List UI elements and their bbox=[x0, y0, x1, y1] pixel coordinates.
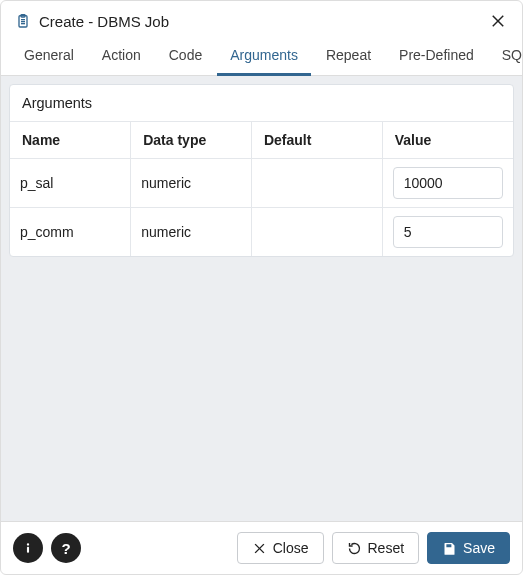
arguments-panel: Arguments Name Data type Default Value p… bbox=[9, 84, 514, 257]
cell-value bbox=[382, 159, 513, 208]
svg-rect-8 bbox=[27, 547, 29, 553]
clipboard-icon bbox=[15, 13, 31, 29]
cell-data-type: numeric bbox=[131, 159, 252, 208]
tab-code[interactable]: Code bbox=[156, 39, 215, 76]
cell-default bbox=[251, 208, 382, 257]
tab-action[interactable]: Action bbox=[89, 39, 154, 76]
dialog-footer: ? Close Reset Save bbox=[1, 521, 522, 574]
svg-point-7 bbox=[27, 543, 29, 545]
cell-name: p_sal bbox=[10, 159, 131, 208]
reset-button-label: Reset bbox=[368, 540, 405, 556]
help-button[interactable]: ? bbox=[51, 533, 81, 563]
close-button[interactable]: Close bbox=[237, 532, 324, 564]
close-button-label: Close bbox=[273, 540, 309, 556]
info-button[interactable] bbox=[13, 533, 43, 563]
tab-arguments[interactable]: Arguments bbox=[217, 39, 311, 76]
close-icon[interactable] bbox=[488, 11, 508, 31]
dialog-create-dbms-job: Create - DBMS Job General Action Code Ar… bbox=[0, 0, 523, 575]
tab-pre-defined[interactable]: Pre-Defined bbox=[386, 39, 487, 76]
save-icon bbox=[442, 541, 457, 556]
tab-general[interactable]: General bbox=[11, 39, 87, 76]
tab-repeat[interactable]: Repeat bbox=[313, 39, 384, 76]
table-row: p_comm numeric bbox=[10, 208, 513, 257]
question-icon: ? bbox=[61, 540, 70, 557]
col-header-value: Value bbox=[382, 122, 513, 159]
value-input[interactable] bbox=[393, 216, 503, 248]
arguments-table: Name Data type Default Value p_sal numer… bbox=[10, 122, 513, 256]
cell-data-type: numeric bbox=[131, 208, 252, 257]
panel-title: Arguments bbox=[10, 85, 513, 122]
save-button-label: Save bbox=[463, 540, 495, 556]
dialog-body: Arguments Name Data type Default Value p… bbox=[1, 76, 522, 521]
cell-default bbox=[251, 159, 382, 208]
cell-name: p_comm bbox=[10, 208, 131, 257]
reset-icon bbox=[347, 541, 362, 556]
x-icon bbox=[252, 541, 267, 556]
tab-bar: General Action Code Arguments Repeat Pre… bbox=[1, 39, 522, 76]
table-row: p_sal numeric bbox=[10, 159, 513, 208]
value-input[interactable] bbox=[393, 167, 503, 199]
save-button[interactable]: Save bbox=[427, 532, 510, 564]
col-header-data-type: Data type bbox=[131, 122, 252, 159]
cell-value bbox=[382, 208, 513, 257]
dialog-header: Create - DBMS Job bbox=[1, 1, 522, 39]
col-header-default: Default bbox=[251, 122, 382, 159]
tab-sql[interactable]: SQL bbox=[489, 39, 523, 76]
col-header-name: Name bbox=[10, 122, 131, 159]
dialog-title: Create - DBMS Job bbox=[39, 13, 488, 30]
reset-button[interactable]: Reset bbox=[332, 532, 420, 564]
